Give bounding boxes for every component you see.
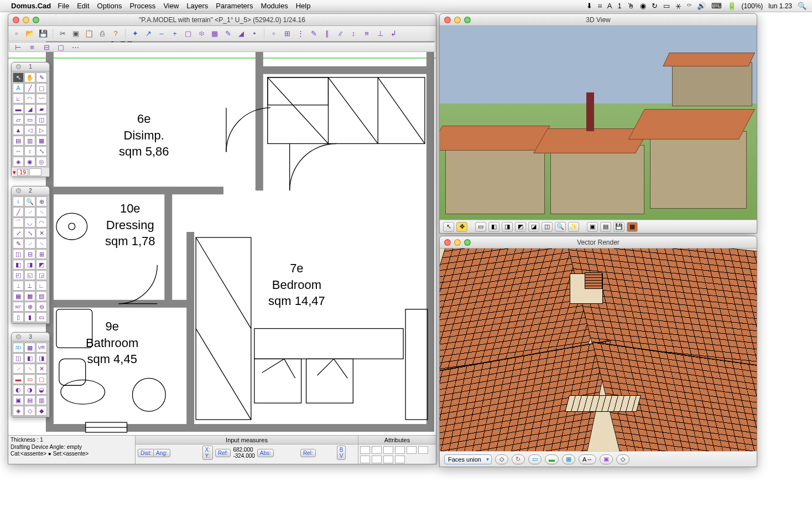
tool-m3[interactable]: ◨ (36, 353, 47, 363)
menu-layers[interactable]: Layers (186, 2, 208, 10)
tool-curve[interactable]: 〰 (36, 94, 47, 104)
tool-arc-c[interactable]: ◠ (36, 218, 47, 227)
align-icon[interactable]: ≡ (362, 29, 372, 39)
snap-grid-icon[interactable]: ✦ (130, 29, 140, 39)
tool-wall3[interactable]: ▰ (36, 104, 47, 114)
tool-e2[interactable]: ⟋ (24, 239, 35, 249)
attr-icon-2[interactable] (372, 446, 382, 454)
tool-roof2[interactable]: ◁ (24, 125, 35, 135)
eraser-icon[interactable]: ◢ (236, 29, 246, 39)
volume-icon[interactable]: 🔊 (697, 2, 706, 10)
wand-icon[interactable]: ✨ (568, 222, 579, 232)
wifi-icon[interactable]: ⌔ (687, 2, 691, 10)
clock[interactable]: lun 1.23 (768, 2, 792, 10)
sync-button[interactable]: ↻ (512, 454, 525, 464)
tool-vr[interactable]: VR (36, 343, 47, 353)
fill-button[interactable]: ▬ (545, 454, 559, 464)
tool-dim[interactable]: ↔ (13, 146, 24, 156)
perp-icon[interactable]: ⊥ (375, 29, 385, 39)
text-button[interactable]: A↔ (579, 454, 596, 464)
para2-icon[interactable]: ⫽ (335, 29, 345, 39)
tool-slab3[interactable]: ◫ (36, 115, 47, 125)
tool-g2[interactable]: ◨ (24, 260, 35, 270)
tool-l3[interactable]: ▭ (36, 312, 47, 322)
tool-k2[interactable]: ⊕ (24, 302, 35, 312)
tool-q1[interactable]: ▣ (13, 395, 24, 405)
tool-l2[interactable]: ▮ (24, 312, 35, 322)
dist-button[interactable]: Dist: (138, 449, 154, 457)
tool-stair2[interactable]: ▥ (24, 136, 35, 146)
tool-dim3[interactable]: ⤡ (36, 146, 47, 156)
minimize-button[interactable] (454, 239, 461, 246)
tool-d3[interactable]: ✕ (36, 228, 47, 238)
menu-options[interactable]: Options (97, 2, 122, 10)
tool-3d[interactable]: 3D (13, 343, 24, 353)
edit-icon[interactable]: ✎ (309, 29, 319, 39)
tool-n2[interactable]: ⟍ (24, 364, 35, 374)
copy-icon[interactable]: ▣ (587, 222, 598, 232)
tool-wall2[interactable]: ◢ (24, 104, 35, 114)
tool-p2[interactable]: ◑ (24, 385, 35, 395)
render-mode-select[interactable]: Faces union (444, 454, 492, 464)
menu-process[interactable]: Process (129, 2, 155, 10)
tool-roof[interactable]: ▲ (13, 125, 24, 135)
erase2-button[interactable]: ◇ (616, 454, 629, 464)
tool-pointer[interactable]: ↖ (13, 73, 24, 82)
tool-h2[interactable]: ◱ (24, 270, 35, 280)
pen-icon[interactable]: ✎ (223, 29, 233, 39)
tool-stair[interactable]: ▤ (13, 136, 24, 146)
attr-icon-5[interactable] (407, 446, 417, 454)
tool-g3[interactable]: ◩ (36, 260, 47, 270)
view-front-icon[interactable]: ▭ (475, 222, 486, 232)
tool-render[interactable]: ▦ (24, 343, 35, 353)
layer-arrow-icon[interactable]: ▾ (13, 169, 16, 176)
tool-dim2[interactable]: ↕ (24, 146, 35, 156)
align-h-icon[interactable]: ⊢ (13, 42, 23, 52)
tool-d1[interactable]: ⤢ (13, 228, 24, 238)
tool-arc[interactable]: ◠ (24, 94, 35, 104)
save-icon[interactable]: 💾 (613, 222, 624, 232)
attr-icon-6[interactable] (418, 446, 428, 454)
xy-button[interactable]: X:Y: (202, 446, 213, 460)
tool-line-b[interactable]: ⟋ (24, 207, 35, 217)
tool-angle[interactable]: ⟀ (13, 94, 24, 104)
dropbox-icon[interactable]: ⌗ (598, 2, 602, 11)
tool-i3[interactable]: ∟ (36, 281, 47, 291)
outline-button[interactable]: ▭ (528, 454, 542, 464)
tool-90[interactable]: 90° (13, 302, 24, 312)
menu-help[interactable]: Help (296, 2, 311, 10)
download-icon[interactable]: ⬇ (586, 2, 592, 10)
view-side-icon[interactable]: ◧ (488, 222, 499, 232)
cursor-icon[interactable]: ↖ (443, 222, 454, 232)
tool-line-c[interactable]: ⟍ (36, 207, 47, 217)
app-name[interactable]: Domus.Cad (11, 2, 51, 10)
tool-obj[interactable]: ◈ (13, 157, 24, 167)
tool-i1[interactable]: ⟂ (13, 281, 24, 291)
tool-f3[interactable]: ⊞ (36, 249, 47, 259)
zoom-button[interactable] (464, 17, 471, 23)
eraser-button[interactable]: ◇ (495, 454, 508, 464)
bv-button[interactable]: BV (337, 446, 346, 460)
view-cube-icon[interactable]: ◫ (542, 222, 553, 232)
tool-pen[interactable]: ✎ (36, 73, 47, 82)
tool-o3[interactable]: ▢ (36, 374, 47, 384)
tool-e3[interactable]: ⟍ (36, 239, 47, 249)
display-icon[interactable]: ▭ (663, 2, 670, 10)
attr-icon-3[interactable] (383, 446, 393, 454)
adobe-icon[interactable]: A (607, 2, 612, 10)
more-icon[interactable]: ⋯ (70, 42, 80, 52)
layer-swatch[interactable] (29, 168, 41, 176)
menu-parameters[interactable]: Parameters (216, 2, 253, 10)
attr-icon-1[interactable] (360, 446, 370, 454)
tool-obj2[interactable]: ◉ (24, 157, 35, 167)
tool-m2[interactable]: ◧ (24, 353, 35, 363)
ref-button[interactable]: Ref: (215, 449, 231, 457)
zoom-button[interactable] (464, 239, 471, 246)
tool-arc-b[interactable]: ◡ (24, 218, 35, 227)
distribute-icon[interactable]: ⊟ (41, 42, 51, 52)
tool-l1[interactable]: ▯ (13, 312, 24, 322)
open-icon[interactable]: 📂 (25, 29, 35, 39)
ang-button[interactable]: Ang: (153, 449, 170, 457)
tool-q2[interactable]: ▤ (24, 395, 35, 405)
material-icon[interactable]: ▦ (627, 222, 638, 232)
